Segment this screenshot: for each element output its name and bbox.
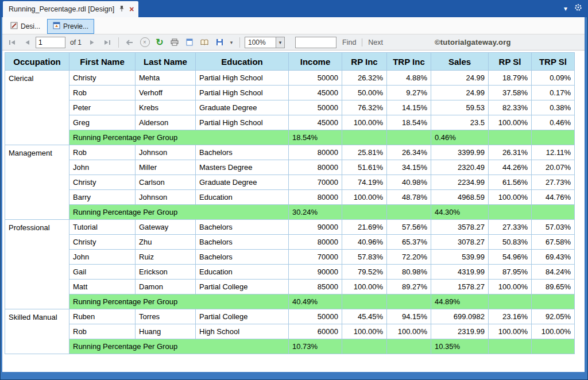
cell: 14.15%: [387, 100, 431, 115]
report-table: OccupationFirst NameLast NameEducationIn…: [5, 52, 575, 354]
last-page-button[interactable]: [101, 36, 114, 49]
zoom-select[interactable]: 100% ▾: [245, 37, 285, 48]
window-content: Desi... Previe... of 1: [2, 17, 585, 372]
zoom-value: 100%: [245, 37, 276, 48]
summary-empty-cell: [489, 205, 532, 220]
cell: 2234.99: [431, 175, 489, 190]
cell: 45000: [289, 86, 342, 100]
table-row: ProfessionalTutorialGatewayBachelors9000…: [5, 220, 575, 235]
cell: Johnson: [136, 190, 196, 205]
cell: Johnson: [136, 145, 196, 160]
cell: 12.11%: [532, 145, 575, 160]
column-header: TRP Inc: [387, 53, 431, 71]
tab-preview[interactable]: Previe...: [47, 19, 94, 34]
zoom-dropdown-icon[interactable]: ▾: [276, 37, 285, 48]
cell: Ruben: [69, 309, 136, 324]
column-header: TRP Sl: [532, 53, 575, 71]
cell: 100.00%: [342, 324, 387, 339]
toolbar-separator: [239, 37, 240, 48]
summary-income-value: 30.24%: [289, 205, 342, 220]
cell: 100.00%: [489, 280, 532, 294]
export-button[interactable]: [213, 36, 226, 49]
cell: Huang: [136, 324, 196, 339]
cell: 50000: [289, 71, 342, 86]
cell: 51.61%: [342, 160, 387, 175]
find-next-button[interactable]: Next: [368, 38, 383, 46]
print-button[interactable]: [168, 36, 181, 49]
summary-empty-cell: [342, 130, 387, 145]
find-input[interactable]: [295, 37, 336, 48]
summary-row: Running Percentage Per Group10.73%10.35%: [5, 339, 575, 354]
table-row: PeterKrebsGraduate Degree5000076.32%14.1…: [5, 100, 575, 115]
cell: Torres: [136, 309, 196, 324]
print-layout-button[interactable]: [183, 36, 196, 49]
document-tab[interactable]: Running_Percentage.rdl [Design] ×: [3, 1, 138, 17]
cell: Partial High School: [196, 115, 289, 130]
page-setup-button[interactable]: [198, 36, 211, 49]
tab-design[interactable]: Desi...: [5, 19, 46, 34]
cell: Graduate Degree: [196, 100, 289, 115]
summary-empty-cell: [342, 294, 387, 309]
column-header: Sales: [431, 53, 489, 71]
current-page-input[interactable]: [36, 37, 65, 48]
cell: Christy: [69, 71, 136, 86]
find-button[interactable]: Find: [342, 38, 356, 46]
cell: 24.99: [431, 86, 489, 100]
previous-page-button[interactable]: [21, 36, 33, 49]
column-header: Education: [196, 53, 289, 71]
stop-button[interactable]: ×: [138, 36, 151, 49]
summary-empty-cell: [387, 294, 431, 309]
cell: 65.37%: [387, 235, 431, 250]
column-header: Income: [289, 53, 342, 71]
summary-empty-cell: [387, 130, 431, 145]
cell: 69.43%: [532, 250, 575, 265]
cell: Rob: [69, 145, 136, 160]
cell: 48.78%: [387, 190, 431, 205]
summary-empty-cell: [532, 205, 575, 220]
refresh-button[interactable]: ↻: [153, 36, 166, 49]
cell: Partial High School: [196, 86, 289, 100]
summary-empty-cell: [532, 130, 575, 145]
gear-icon[interactable]: [574, 3, 582, 14]
pin-icon[interactable]: [119, 5, 125, 14]
summary-sales-value: 0.46%: [431, 130, 489, 145]
cell: 79.52%: [342, 265, 387, 280]
cell: Matt: [69, 280, 136, 294]
chevron-down-icon[interactable]: ▾: [564, 5, 567, 12]
preview-tab-label: Previe...: [63, 22, 88, 30]
column-header: First Name: [69, 53, 136, 71]
summary-empty-cell: [387, 205, 431, 220]
cell: 89.27%: [387, 280, 431, 294]
close-icon[interactable]: ×: [129, 5, 134, 14]
cell: 18.54%: [387, 115, 431, 130]
summary-empty-cell: [387, 339, 431, 354]
next-page-button[interactable]: [86, 36, 99, 49]
cell: 80000: [289, 190, 342, 205]
table-row: GregAldersonPartial High School45000100.…: [5, 115, 575, 130]
toolbar-separator: [118, 37, 119, 48]
export-dropdown-icon[interactable]: ▾: [228, 36, 235, 49]
cell: 0.17%: [532, 86, 575, 100]
cell: Partial College: [196, 280, 289, 294]
table-row: RobHuangHigh School60000100.00%100.00%23…: [5, 324, 575, 339]
cell: Partial College: [196, 309, 289, 324]
table-row: JohnRuizBachelors7000057.83%72.20%539.99…: [5, 250, 575, 265]
cell: 25.81%: [342, 145, 387, 160]
cell: 90000: [289, 220, 342, 235]
cell: Rob: [69, 86, 136, 100]
cell: Krebs: [136, 100, 196, 115]
cell: 45.45%: [342, 309, 387, 324]
table-row: RobVerhoffPartial High School4500050.00%…: [5, 86, 575, 100]
cell: 27.33%: [489, 220, 532, 235]
summary-sales-value: 44.30%: [431, 205, 489, 220]
table-row: JohnMillerMasters Degree8000051.61%34.15…: [5, 160, 575, 175]
cell: 67.58%: [532, 235, 575, 250]
first-page-button[interactable]: [6, 36, 18, 49]
cell: 80000: [289, 145, 342, 160]
cell: 0.38%: [532, 100, 575, 115]
table-row: Skilled ManualRubenTorresPartial College…: [5, 309, 575, 324]
report-table-container: OccupationFirst NameLast NameEducationIn…: [5, 52, 575, 354]
cell: 3578.27: [431, 220, 489, 235]
design-tab-label: Desi...: [21, 22, 40, 30]
back-button[interactable]: [123, 36, 136, 49]
